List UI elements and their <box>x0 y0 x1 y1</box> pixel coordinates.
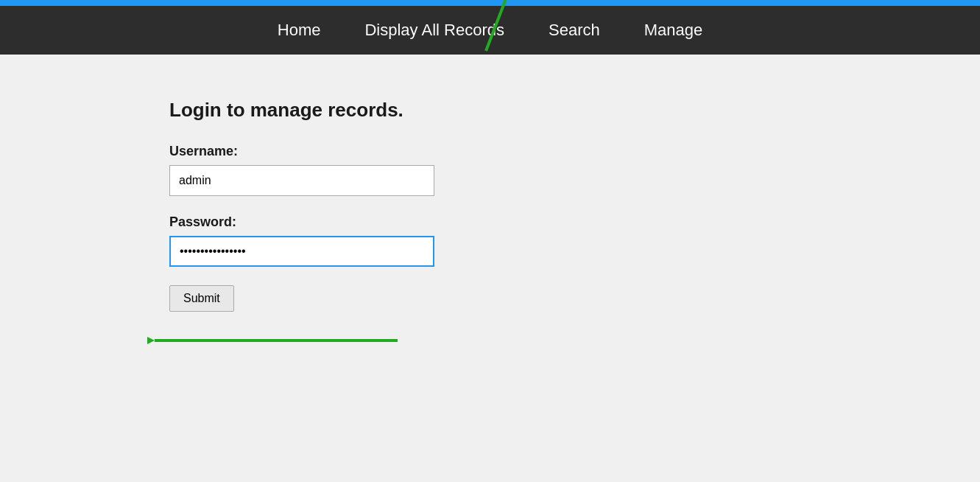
nav-home[interactable]: Home <box>278 21 321 40</box>
password-input[interactable] <box>169 236 434 267</box>
nav-manage[interactable]: Manage <box>644 21 703 40</box>
top-bar <box>0 0 980 6</box>
submit-button[interactable]: Submit <box>169 285 234 312</box>
nav-display-all-records[interactable]: Display All Records <box>364 21 504 40</box>
password-group: Password: <box>169 214 811 267</box>
password-label: Password: <box>169 214 811 230</box>
login-title: Login to manage records. <box>169 99 811 122</box>
navbar: Home Display All Records Search Manage <box>0 6 980 55</box>
arrow-submit-annotation <box>147 326 405 355</box>
username-label: Username: <box>169 144 811 159</box>
nav-search[interactable]: Search <box>549 21 600 40</box>
username-group: Username: <box>169 144 811 196</box>
username-input[interactable] <box>169 165 434 196</box>
